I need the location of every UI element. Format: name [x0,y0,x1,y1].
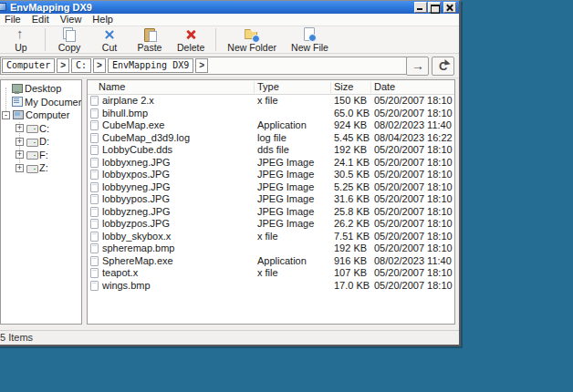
file-row[interactable]: CubeMap_d3d9.loglog file5.45 KB08/04/202… [88,132,454,145]
file-type: JPEG Image [257,193,314,206]
column-header-date[interactable]: Date [374,80,395,94]
file-row[interactable]: lobbyypos.JPGJPEG Image31.6 KB05/20/2007… [88,193,454,206]
tree-expander-icon[interactable]: - [2,111,10,119]
app-window: EnvMapping DX9 FileEditViewHelp UpCopyCu… [0,0,461,346]
breadcrumb-separator[interactable]: > [93,58,106,73]
cut-icon [102,27,117,42]
file-date: 08/02/2023 11:40 [374,119,452,132]
forward-arrow-icon[interactable] [406,57,429,76]
tree-expander-icon[interactable]: + [16,150,24,159]
tree-expander-icon[interactable]: + [16,124,24,132]
close-icon[interactable] [443,2,456,13]
tree-item-f[interactable]: +F: [1,149,81,162]
file-name: airplane 2.x [102,95,154,108]
file-date: 05/20/2007 18:10 [374,267,453,280]
file-name: lobbyzpos.JPG [102,218,170,231]
menu-item-view[interactable]: View [55,14,88,26]
file-size: 107 KB [334,267,367,280]
file-date: 05/20/2007 18:10 [374,280,453,293]
tree-item-my-documents[interactable]: My Documents [1,96,81,109]
column-separator[interactable] [254,82,255,93]
file-size: 26.2 KB [334,218,370,231]
file-size: 150 KB [334,95,367,108]
file-row[interactable]: lobbyzneg.JPGJPEG Image25.8 KB05/20/2007… [88,206,454,219]
column-separator[interactable] [370,82,371,93]
file-type: dds file [257,144,289,157]
file-row[interactable]: lobbyxneg.JPGJPEG Image24.1 KB05/20/2007… [88,157,454,170]
tree-expander-icon[interactable]: + [16,164,24,172]
file-icon [90,133,99,143]
file-name: LobbyCube.dds [102,144,172,157]
toolbar-delete-button[interactable]: Delete [170,26,212,53]
file-row[interactable]: lobbyxpos.JPGJPEG Image30.5 KB05/20/2007… [88,169,454,181]
column-separator[interactable] [330,82,331,93]
tree-item-d[interactable]: +D: [1,135,81,149]
file-size: 30.5 KB [334,169,370,181]
file-type: x file [257,231,278,243]
toolbar-up-button[interactable]: Up [1,26,41,53]
file-icon [90,243,99,253]
toolbar-new-folder-button[interactable]: New Folder [220,26,284,53]
minimize-icon[interactable] [414,2,427,13]
file-row[interactable]: LobbyCube.ddsdds file192 KB05/20/2007 18… [88,144,454,157]
file-size: 7.51 KB [334,231,370,243]
breadcrumb-segment-computer[interactable]: Computer [2,58,55,73]
file-row[interactable]: wings.bmp17.0 KB05/20/2007 18:10 [88,280,454,293]
tree-item-label: Z: [39,162,48,173]
title-bar[interactable]: EnvMapping DX9 [0,1,459,14]
tree-item-label: My Documents [25,97,82,108]
file-icon [90,120,99,130]
tree-item-z[interactable]: +Z: [1,161,81,175]
file-row[interactable]: lobbyzpos.JPGJPEG Image26.2 KB05/20/2007… [88,218,454,231]
file-name: lobbyxneg.JPG [102,157,171,170]
maximize-icon[interactable] [428,2,441,13]
toolbar-button-label: Copy [58,42,81,53]
tree-item-desktop[interactable]: Desktop [1,82,81,96]
toolbar-cut-button[interactable]: Cut [89,26,130,53]
tree-item-computer[interactable]: -Computer [1,108,81,122]
file-icon [90,219,99,229]
file-name: lobbyyneg.JPG [102,181,171,194]
tree-item-c[interactable]: +C: [1,122,81,136]
toolbar-new-file-button[interactable]: New File [284,26,336,53]
copy-icon [62,27,77,42]
file-row[interactable]: spheremap.bmp192 KB05/20/2007 18:10 [88,242,454,255]
paste-icon [142,27,157,42]
column-header-name[interactable]: Name [99,80,125,94]
menu-item-help[interactable]: Help [87,14,119,26]
file-icon [90,268,99,278]
breadcrumb-separator[interactable]: > [195,58,208,73]
menu-item-edit[interactable]: Edit [26,14,55,26]
menu-bar: FileEditViewHelp [0,14,459,26]
window-title: EnvMapping DX9 [10,1,92,14]
file-row[interactable]: SphereMap.exeApplication916 KB08/02/2023… [88,255,454,268]
status-bar: 5 Items [0,330,459,345]
file-row[interactable]: bihull.bmp65.0 KB05/20/2007 18:10 [88,108,454,120]
menu-item-file[interactable]: File [0,14,26,26]
file-row[interactable]: airplane 2.xx file150 KB05/20/2007 18:10 [88,95,454,108]
file-row[interactable]: lobbyyneg.JPGJPEG Image5.25 KB05/20/2007… [88,181,454,194]
file-date: 05/20/2007 18:10 [374,231,453,243]
file-row[interactable]: lobby_skybox.xx file7.51 KB05/20/2007 18… [88,231,454,243]
column-header-type[interactable]: Type [257,80,279,94]
breadcrumb-separator[interactable]: > [57,58,69,73]
file-name: bihull.bmp [102,108,148,120]
drive-icon [26,123,37,133]
file-date: 05/20/2007 18:10 [374,169,453,181]
file-row[interactable]: CubeMap.exeApplication924 KB08/02/2023 1… [88,119,454,132]
tree-expander-icon[interactable]: + [16,138,24,146]
breadcrumb-segment-envmapping-dx9[interactable]: EnvMapping DX9 [108,58,193,73]
file-icon [90,158,99,168]
breadcrumb[interactable]: Computer>C:>EnvMapping DX9> [0,57,409,75]
toolbar-paste-button[interactable]: Paste [130,26,170,53]
toolbar-button-label: New File [291,42,328,53]
file-icon [90,182,99,192]
breadcrumb-segment-c[interactable]: C: [71,58,91,73]
computer-icon [12,110,24,120]
file-row[interactable]: teapot.xx file107 KB05/20/2007 18:10 [88,267,454,280]
refresh-icon[interactable] [432,57,454,76]
column-header-size[interactable]: Size [334,80,353,94]
file-icon [90,170,99,180]
toolbar-copy-button[interactable]: Copy [49,26,89,53]
toolbar-button-label: New Folder [227,42,276,53]
